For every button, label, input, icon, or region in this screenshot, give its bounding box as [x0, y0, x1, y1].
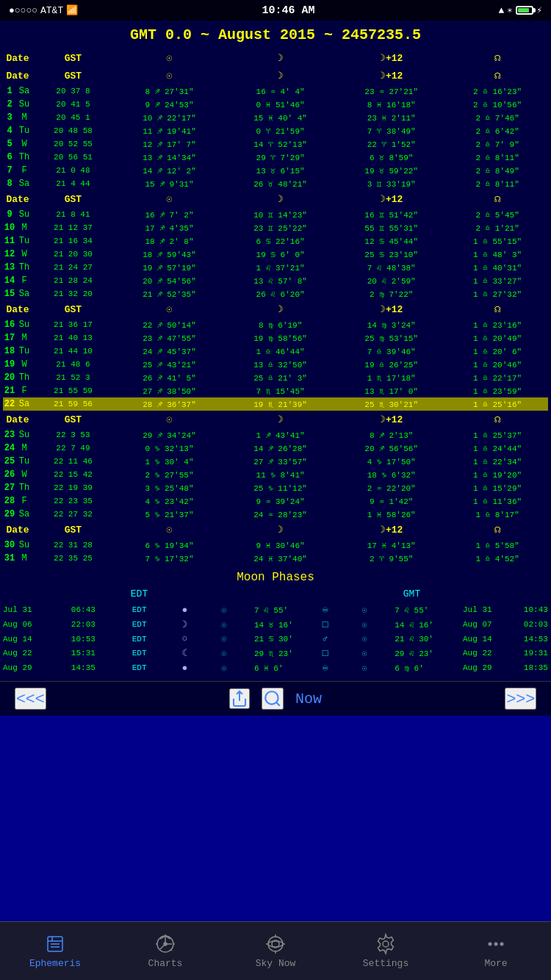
ephemeris-icon [44, 933, 66, 955]
settings-icon [375, 933, 397, 955]
charts-icon [154, 933, 176, 955]
table-row: 1 Sa 20 37 8 8 ♐ 27'31" 16 ♒ 4' 4" 23 ♒ … [3, 84, 548, 98]
table-row: 26 W 22 15 42 2 ♑ 27'55" 11 ♑ 8'41" 18 ♑… [3, 468, 548, 481]
svg-point-27 [489, 943, 492, 946]
search-icon [263, 689, 282, 708]
table-row: 22 Sa 21 59 56 28 ♐ 36'37" 19 ♏ 21'39" 2… [3, 397, 548, 411]
tab-bar: Ephemeris Charts [0, 921, 551, 980]
table-row: 2 Su 20 41 5 9 ♐ 24'53" 0 ♓ 51'46" 8 ♓ 1… [3, 98, 548, 111]
moon-phase-row: Aug 29 14:35 EDT ● ☉ 6 ♓ 6' ♾ ☉ 6 ♍ 6' A… [3, 660, 548, 675]
table-row: 9 Su 21 8 41 16 ♐ 7' 2" 10 ♊ 14'23" 16 ♊… [3, 208, 548, 221]
col-gst: GST [32, 49, 114, 67]
table-row: 17 M 21 40 13 23 ♐ 47'55" 19 ♍ 58'56" 25… [3, 331, 548, 345]
tab-more[interactable]: More [441, 922, 551, 980]
table-header-row: Date GST ☉ ☽ ☽+12 ☊ [3, 49, 548, 67]
location-icon: ▲ [499, 5, 505, 16]
svg-point-1 [265, 691, 278, 704]
svg-point-12 [164, 943, 167, 945]
moon-phase-row: Aug 14 10:53 EDT ○ ☉ 21 ♋ 30' ♂ ☉ 21 ♌ 3… [3, 632, 548, 646]
tab-charts-label: Charts [148, 958, 183, 969]
tab-ephemeris[interactable]: Ephemeris [0, 922, 110, 980]
svg-point-19 [268, 937, 283, 951]
table-row: 14 F 21 28 24 20 ♐ 54'56" 13 ♌ 57' 8" 20… [3, 274, 548, 287]
moon-phases-headers: EDT GMT [3, 588, 548, 599]
tab-more-label: More [484, 958, 507, 969]
table-row: 10 M 21 12 37 17 ♐ 4'35" 23 ♊ 25'22" 55 … [3, 221, 548, 234]
gmt-header: GMT [403, 588, 420, 599]
toolbar-center: Now [229, 688, 322, 710]
search-button[interactable] [262, 688, 284, 710]
moon-phase-row: Aug 22 15:31 EDT ☾ ☉ 29 ♏ 23' □ ☉ 29 ♌ 2… [3, 646, 548, 660]
table-subheader-row: Date GST ☉ ☽ ☽+12 ☊ [3, 190, 548, 208]
tab-sky-now-label: Sky Now [256, 958, 296, 969]
table-row: 24 M 22 7 49 0 ♑ 32'13" 14 ♐ 26'28" 20 ♐… [3, 442, 548, 455]
header-title: GMT 0.0 ~ August 2015 ~ 2457235.5 [0, 26, 551, 43]
table-row: 25 Tu 22 11 46 1 ♑ 30' 4" 27 ♐ 33'57" 4 … [3, 455, 548, 468]
table-subheader-row: Date GST ☉ ☽ ☽+12 ☊ [3, 67, 548, 84]
tab-sky-now[interactable]: Sky Now [220, 922, 331, 980]
header: GMT 0.0 ~ August 2015 ~ 2457235.5 [0, 21, 551, 49]
table-row: 27 Th 22 19 39 3 ♑ 25'48" 25 ♑ 11'12" 2 … [3, 481, 548, 494]
share-icon [231, 690, 248, 707]
status-right: ▲ ∗ ⚡ [499, 4, 542, 16]
table-row: 23 Su 22 3 53 29 ♐ 34'24" 1 ♐ 43'41" 8 ♐… [3, 428, 548, 442]
table-row: 12 W 21 20 30 18 ♐ 59'43" 19 ♋ 6' 0" 25 … [3, 248, 548, 261]
table-row: 11 Tu 21 16 34 18 ♐ 2' 8" 6 ♋ 22'16" 12 … [3, 234, 548, 248]
edt-header: EDT [131, 588, 148, 599]
svg-line-2 [276, 702, 280, 706]
table-row: 6 Th 20 56 51 13 ♐ 14'34" 29 ♈ 7'29" 6 ♉… [3, 151, 548, 164]
sky-now-icon [264, 933, 287, 955]
bluetooth-icon: ∗ [507, 4, 513, 16]
svg-point-26 [383, 941, 389, 947]
prev-button[interactable]: <<< [15, 688, 46, 710]
table-row: 13 Th 21 24 27 19 ♐ 57'19" 1 ♌ 37'21" 7 … [3, 261, 548, 274]
table-subheader-row: Date GST ☉ ☽ ☽+12 ☊ [3, 521, 548, 538]
status-left: ●○○○○ AT&T 📶 [9, 4, 78, 16]
table-row: 19 W 21 48 6 25 ♐ 43'21" 13 ♎ 32'50" 19 … [3, 358, 548, 371]
main-content: Date GST ☉ ☽ ☽+12 ☊ Date GST ☉ ☽ ☽+12 ☊1… [0, 49, 551, 565]
moon-phases-body: Jul 31 06:43 EDT ● ☉ 7 ♌ 55' ♾ ☉ 7 ♌ 55'… [3, 602, 548, 675]
bolt-icon: ⚡ [536, 4, 542, 16]
battery-indicator [516, 6, 533, 15]
tab-charts[interactable]: Charts [110, 922, 220, 980]
col-node: ☊ [447, 49, 548, 67]
svg-point-28 [494, 943, 498, 946]
wifi-icon: 📶 [66, 4, 78, 16]
moon-phases-title: Moon Phases [3, 571, 548, 584]
signal-dots: ●○○○○ [9, 5, 37, 16]
more-icon [485, 933, 507, 955]
next-button[interactable]: >>> [505, 688, 536, 710]
table-row: 21 F 21 55 59 27 ♐ 38'50" 7 ♏ 15'45" 13 … [3, 384, 548, 397]
tab-settings[interactable]: Settings [331, 922, 441, 980]
tab-settings-label: Settings [363, 958, 408, 969]
table-row: 18 Tu 21 44 10 24 ♐ 45'37" 1 ♎ 46'44" 7 … [3, 345, 548, 358]
table-row: 16 Su 21 36 17 22 ♐ 50'14" 8 ♍ 6'19" 14 … [3, 318, 548, 331]
svg-point-29 [500, 943, 504, 946]
table-row: 15 Sa 21 32 20 21 ♐ 52'35" 26 ♌ 6'20" 2 … [3, 287, 548, 300]
table-row: 30 Su 22 31 28 6 ♑ 19'34" 9 ♓ 30'46" 17 … [3, 538, 548, 552]
table-row: 3 M 20 45 1 10 ♐ 22'17" 15 ♓ 40' 4" 23 ♓… [3, 111, 548, 124]
tab-ephemeris-label: Ephemeris [29, 958, 81, 969]
col-moon: ☽ [225, 49, 336, 67]
table-row: 28 F 22 23 35 4 ♑ 23'42" 9 ♒ 39'24" 9 ♒ … [3, 494, 548, 508]
table-row: 8 Sa 21 4 44 15 ♐ 9'31" 26 ♉ 48'21" 3 ♊ … [3, 177, 548, 190]
table-subheader-row: Date GST ☉ ☽ ☽+12 ☊ [3, 411, 548, 428]
battery-fill [518, 8, 529, 12]
table-row: 7 F 21 0 48 14 ♐ 12' 2" 13 ♉ 6'15" 19 ♉ … [3, 164, 548, 177]
toolbar: <<< Now >>> [0, 681, 551, 716]
svg-point-25 [268, 941, 283, 947]
moon-phase-row: Aug 06 22:03 EDT ☽ ☉ 14 ♉ 16' □ ☉ 14 ♌ 1… [3, 617, 548, 632]
table-row: 5 W 20 52 55 12 ♐ 17' 7" 14 ♈ 52'13" 22 … [3, 137, 548, 151]
table-subheader-row: Date GST ☉ ☽ ☽+12 ☊ [3, 300, 548, 318]
table-row: 31 M 22 35 25 7 ♑ 17'32" 24 ♓ 37'40" 2 ♈… [3, 552, 548, 565]
ephemeris-table: Date GST ☉ ☽ ☽+12 ☊ Date GST ☉ ☽ ☽+12 ☊1… [3, 49, 548, 565]
table-body: Date GST ☉ ☽ ☽+12 ☊1 Sa 20 37 8 8 ♐ 27'3… [3, 67, 548, 565]
table-row: 20 Th 21 52 3 26 ♐ 41' 5" 25 ♎ 21' 3" 1 … [3, 371, 548, 384]
moon-phase-row: Jul 31 06:43 EDT ● ☉ 7 ♌ 55' ♾ ☉ 7 ♌ 55'… [3, 602, 548, 617]
table-row: 4 Tu 20 48 58 11 ♐ 19'41" 0 ♈ 21'59" 7 ♈… [3, 124, 548, 137]
status-time: 10:46 AM [262, 4, 314, 17]
now-button[interactable]: Now [295, 691, 322, 707]
col-sun: ☉ [114, 49, 225, 67]
carrier: AT&T [40, 5, 63, 16]
share-button[interactable] [229, 688, 250, 709]
